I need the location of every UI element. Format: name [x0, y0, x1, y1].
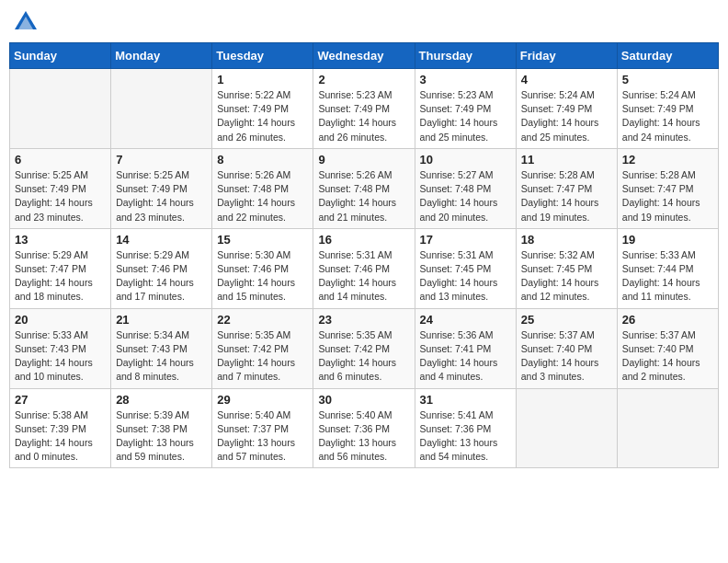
calendar-cell: 15Sunrise: 5:30 AMSunset: 7:46 PMDayligh… [212, 228, 313, 308]
calendar-cell: 13Sunrise: 5:29 AMSunset: 7:47 PMDayligh… [10, 228, 111, 308]
day-info: Sunrise: 5:26 AMSunset: 7:48 PMDaylight:… [318, 168, 409, 224]
day-info: Sunrise: 5:26 AMSunset: 7:48 PMDaylight:… [217, 168, 308, 224]
calendar-cell: 16Sunrise: 5:31 AMSunset: 7:46 PMDayligh… [313, 228, 415, 308]
day-info: Sunrise: 5:29 AMSunset: 7:47 PMDaylight:… [15, 248, 106, 304]
weekday-header-row: SundayMondayTuesdayWednesdayThursdayFrid… [10, 43, 719, 69]
calendar-cell: 8Sunrise: 5:26 AMSunset: 7:48 PMDaylight… [212, 148, 313, 228]
calendar-cell [10, 69, 111, 149]
day-info: Sunrise: 5:23 AMSunset: 7:49 PMDaylight:… [420, 88, 511, 144]
day-number: 15 [217, 233, 308, 247]
day-number: 5 [622, 73, 713, 86]
calendar-week-5: 27Sunrise: 5:38 AMSunset: 7:39 PMDayligh… [10, 388, 719, 468]
day-info: Sunrise: 5:35 AMSunset: 7:42 PMDaylight:… [318, 328, 409, 385]
day-number: 8 [217, 153, 308, 167]
calendar-cell: 31Sunrise: 5:41 AMSunset: 7:36 PMDayligh… [415, 388, 516, 468]
day-info: Sunrise: 5:38 AMSunset: 7:39 PMDaylight:… [15, 408, 106, 465]
day-info: Sunrise: 5:28 AMSunset: 7:47 PMDaylight:… [521, 168, 612, 224]
day-info: Sunrise: 5:33 AMSunset: 7:43 PMDaylight:… [15, 328, 106, 385]
page-header [9, 9, 719, 35]
day-info: Sunrise: 5:34 AMSunset: 7:43 PMDaylight:… [116, 328, 207, 385]
day-number: 23 [318, 313, 409, 327]
calendar-cell: 27Sunrise: 5:38 AMSunset: 7:39 PMDayligh… [10, 388, 111, 468]
weekday-header-friday: Friday [516, 43, 617, 69]
day-number: 6 [15, 153, 106, 167]
calendar-week-2: 6Sunrise: 5:25 AMSunset: 7:49 PMDaylight… [10, 148, 719, 228]
calendar-cell: 18Sunrise: 5:32 AMSunset: 7:45 PMDayligh… [516, 228, 617, 308]
day-number: 1 [217, 73, 308, 86]
calendar-cell: 19Sunrise: 5:33 AMSunset: 7:44 PMDayligh… [617, 228, 718, 308]
calendar-cell [516, 388, 617, 468]
calendar-cell: 26Sunrise: 5:37 AMSunset: 7:40 PMDayligh… [617, 308, 718, 388]
day-number: 18 [521, 233, 612, 247]
calendar-week-1: 1Sunrise: 5:22 AMSunset: 7:49 PMDaylight… [10, 69, 719, 149]
calendar-cell: 12Sunrise: 5:28 AMSunset: 7:47 PMDayligh… [617, 148, 718, 228]
calendar-cell: 28Sunrise: 5:39 AMSunset: 7:38 PMDayligh… [111, 388, 212, 468]
day-number: 26 [622, 313, 713, 327]
day-number: 17 [420, 233, 511, 247]
calendar-cell [111, 69, 212, 149]
calendar-cell [617, 388, 718, 468]
calendar-cell: 17Sunrise: 5:31 AMSunset: 7:45 PMDayligh… [415, 228, 516, 308]
calendar-cell: 14Sunrise: 5:29 AMSunset: 7:46 PMDayligh… [111, 228, 212, 308]
calendar-cell: 2Sunrise: 5:23 AMSunset: 7:49 PMDaylight… [313, 69, 415, 149]
day-info: Sunrise: 5:25 AMSunset: 7:49 PMDaylight:… [15, 168, 106, 224]
day-number: 11 [521, 153, 612, 167]
day-info: Sunrise: 5:30 AMSunset: 7:46 PMDaylight:… [217, 248, 308, 304]
day-number: 3 [420, 73, 511, 86]
calendar-cell: 30Sunrise: 5:40 AMSunset: 7:36 PMDayligh… [313, 388, 415, 468]
day-number: 30 [318, 393, 409, 407]
day-number: 14 [116, 233, 207, 247]
day-number: 4 [521, 73, 612, 86]
day-info: Sunrise: 5:39 AMSunset: 7:38 PMDaylight:… [116, 408, 207, 465]
day-number: 7 [116, 153, 207, 167]
day-info: Sunrise: 5:23 AMSunset: 7:49 PMDaylight:… [318, 88, 409, 144]
calendar-cell: 10Sunrise: 5:27 AMSunset: 7:48 PMDayligh… [415, 148, 516, 228]
day-info: Sunrise: 5:37 AMSunset: 7:40 PMDaylight:… [622, 328, 713, 385]
day-number: 12 [622, 153, 713, 167]
day-info: Sunrise: 5:31 AMSunset: 7:46 PMDaylight:… [318, 248, 409, 304]
day-number: 19 [622, 233, 713, 247]
calendar-cell: 3Sunrise: 5:23 AMSunset: 7:49 PMDaylight… [415, 69, 516, 149]
day-number: 10 [420, 153, 511, 167]
calendar-cell: 1Sunrise: 5:22 AMSunset: 7:49 PMDaylight… [212, 69, 313, 149]
day-info: Sunrise: 5:36 AMSunset: 7:41 PMDaylight:… [420, 328, 511, 385]
day-info: Sunrise: 5:28 AMSunset: 7:47 PMDaylight:… [622, 168, 713, 224]
day-info: Sunrise: 5:40 AMSunset: 7:37 PMDaylight:… [217, 408, 308, 465]
weekday-header-saturday: Saturday [617, 43, 718, 69]
calendar-cell: 29Sunrise: 5:40 AMSunset: 7:37 PMDayligh… [212, 388, 313, 468]
day-number: 13 [15, 233, 106, 247]
calendar-cell: 4Sunrise: 5:24 AMSunset: 7:49 PMDaylight… [516, 69, 617, 149]
day-info: Sunrise: 5:35 AMSunset: 7:42 PMDaylight:… [217, 328, 308, 385]
day-info: Sunrise: 5:27 AMSunset: 7:48 PMDaylight:… [420, 168, 511, 224]
calendar-week-4: 20Sunrise: 5:33 AMSunset: 7:43 PMDayligh… [10, 308, 719, 388]
calendar-cell: 9Sunrise: 5:26 AMSunset: 7:48 PMDaylight… [313, 148, 415, 228]
calendar-week-3: 13Sunrise: 5:29 AMSunset: 7:47 PMDayligh… [10, 228, 719, 308]
weekday-header-sunday: Sunday [10, 43, 111, 69]
day-info: Sunrise: 5:24 AMSunset: 7:49 PMDaylight:… [622, 88, 713, 144]
calendar-cell: 21Sunrise: 5:34 AMSunset: 7:43 PMDayligh… [111, 308, 212, 388]
calendar-cell: 6Sunrise: 5:25 AMSunset: 7:49 PMDaylight… [10, 148, 111, 228]
day-number: 22 [217, 313, 308, 327]
day-number: 25 [521, 313, 612, 327]
calendar-cell: 25Sunrise: 5:37 AMSunset: 7:40 PMDayligh… [516, 308, 617, 388]
day-info: Sunrise: 5:41 AMSunset: 7:36 PMDaylight:… [420, 408, 511, 465]
calendar-cell: 20Sunrise: 5:33 AMSunset: 7:43 PMDayligh… [10, 308, 111, 388]
weekday-header-thursday: Thursday [415, 43, 516, 69]
calendar-cell: 24Sunrise: 5:36 AMSunset: 7:41 PMDayligh… [415, 308, 516, 388]
day-number: 31 [420, 393, 511, 407]
day-number: 27 [15, 393, 106, 407]
day-info: Sunrise: 5:33 AMSunset: 7:44 PMDaylight:… [622, 248, 713, 304]
logo [13, 9, 42, 35]
day-number: 21 [116, 313, 207, 327]
day-info: Sunrise: 5:37 AMSunset: 7:40 PMDaylight:… [521, 328, 612, 385]
weekday-header-tuesday: Tuesday [212, 43, 313, 69]
weekday-header-monday: Monday [111, 43, 212, 69]
day-number: 28 [116, 393, 207, 407]
calendar-table: SundayMondayTuesdayWednesdayThursdayFrid… [9, 42, 719, 468]
logo-icon [13, 9, 39, 35]
calendar-cell: 22Sunrise: 5:35 AMSunset: 7:42 PMDayligh… [212, 308, 313, 388]
day-info: Sunrise: 5:29 AMSunset: 7:46 PMDaylight:… [116, 248, 207, 304]
day-number: 20 [15, 313, 106, 327]
weekday-header-wednesday: Wednesday [313, 43, 415, 69]
day-info: Sunrise: 5:40 AMSunset: 7:36 PMDaylight:… [318, 408, 409, 465]
